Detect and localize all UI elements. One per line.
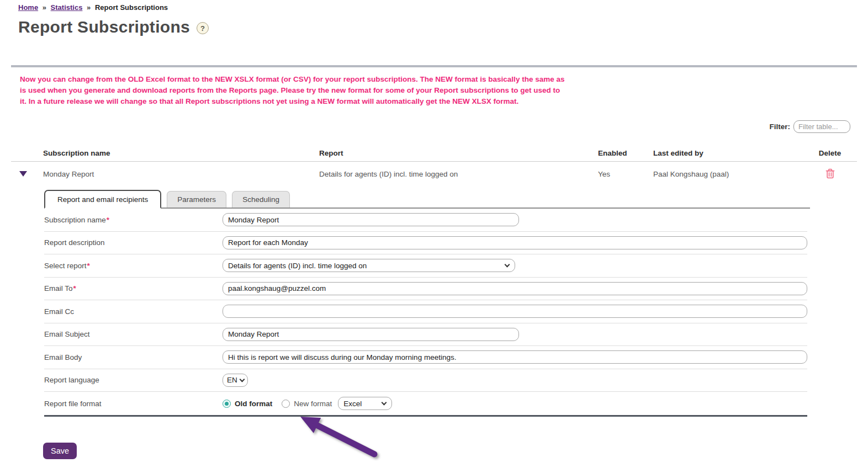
col-delete: Delete: [811, 149, 857, 157]
filter-table-input[interactable]: [793, 120, 850, 133]
trash-icon: [825, 168, 835, 179]
breadcrumb: Home » Statistics » Report Subscriptions: [18, 3, 168, 12]
form-row-report-language: Report language EN: [44, 369, 807, 392]
save-button[interactable]: Save: [43, 443, 77, 459]
select-report-dropdown[interactable]: Details for agents (ID) incl. time logge…: [223, 259, 515, 272]
email-to-label: Email To*: [44, 284, 223, 292]
old-format-radio[interactable]: [223, 400, 231, 408]
breadcrumb-separator: »: [43, 3, 46, 12]
row-subscription-name: Monday Report: [43, 170, 319, 178]
required-asterisk: *: [107, 216, 109, 224]
old-format-label[interactable]: Old format: [235, 400, 272, 408]
file-format-radio-group: Old format New format Excel: [223, 397, 392, 410]
breadcrumb-statistics-link[interactable]: Statistics: [51, 3, 83, 12]
report-language-dropdown[interactable]: EN: [223, 374, 248, 387]
format-change-notice: Now you can change from the OLD Excel fo…: [20, 74, 568, 107]
breadcrumb-home-link[interactable]: Home: [18, 3, 38, 12]
col-subscription-name: Subscription name: [43, 149, 319, 157]
annotation-arrow: [292, 411, 385, 466]
new-format-radio[interactable]: [282, 400, 290, 408]
form-row-email-body: Email Body: [44, 346, 807, 369]
form-row-select-report: Select report* Details for agents (ID) i…: [44, 254, 807, 278]
table-header-row: Subscription name Report Enabled Last ed…: [11, 145, 857, 162]
row-enabled: Yes: [598, 170, 653, 178]
title-row: Report Subscriptions ?: [18, 18, 209, 36]
email-cc-label: Email Cc: [44, 307, 223, 316]
email-subject-label: Email Subject: [44, 330, 223, 338]
form-row-report-description: Report description: [44, 232, 807, 255]
table-row: Monday Report Details for agents (ID) in…: [11, 162, 857, 187]
old-format-type-dropdown[interactable]: Excel: [338, 397, 392, 410]
required-asterisk: *: [73, 284, 76, 292]
row-last-edited-by: Paal Kongshaug (paal): [653, 170, 811, 178]
report-file-format-label: Report file format: [44, 400, 223, 408]
form-row-email-subject: Email Subject: [44, 323, 807, 347]
report-language-label: Report language: [44, 376, 223, 384]
report-description-field[interactable]: [223, 236, 807, 249]
report-subscriptions-page: Home » Statistics » Report Subscriptions…: [0, 0, 868, 468]
email-to-field[interactable]: [223, 282, 807, 295]
col-report: Report: [319, 149, 598, 157]
form-row-email-cc: Email Cc: [44, 300, 807, 323]
filter-row: Filter:: [769, 120, 850, 133]
breadcrumb-separator: »: [87, 3, 91, 12]
filter-label: Filter:: [769, 123, 790, 131]
form-row-subscription-name: Subscription name*: [44, 209, 807, 232]
subscription-tabs: Report and email recipients Parameters S…: [44, 191, 810, 209]
required-asterisk: *: [87, 262, 90, 270]
subscriptions-table: Subscription name Report Enabled Last ed…: [11, 145, 857, 187]
form-row-email-to: Email To*: [44, 278, 807, 301]
report-description-label: Report description: [44, 238, 223, 247]
email-body-label: Email Body: [44, 353, 223, 361]
collapse-row-caret-icon[interactable]: [19, 171, 27, 177]
subscription-name-field[interactable]: [223, 213, 519, 226]
select-report-label: Select report*: [44, 262, 223, 270]
subscription-form: Subscription name* Report description Se…: [44, 209, 807, 417]
delete-subscription-button[interactable]: [825, 168, 835, 179]
form-row-report-file-format: Report file format Old format New format…: [44, 392, 807, 417]
subscription-name-label: Subscription name*: [44, 216, 223, 224]
tab-parameters[interactable]: Parameters: [167, 191, 226, 208]
email-body-field[interactable]: [223, 350, 807, 364]
tab-report-and-email-recipients[interactable]: Report and email recipients: [44, 190, 161, 209]
email-cc-field[interactable]: [223, 305, 807, 318]
row-report: Details for agents (ID) incl. time logge…: [319, 170, 598, 178]
col-last-edited-by: Last edited by: [653, 149, 811, 157]
email-subject-field[interactable]: [223, 328, 519, 341]
col-enabled: Enabled: [598, 149, 653, 157]
new-format-label[interactable]: New format: [294, 400, 332, 408]
tab-scheduling[interactable]: Scheduling: [232, 191, 290, 208]
header-divider: [11, 65, 857, 67]
page-title: Report Subscriptions: [18, 18, 190, 36]
help-icon[interactable]: ?: [197, 22, 209, 34]
breadcrumb-current: Report Subscriptions: [95, 3, 168, 12]
